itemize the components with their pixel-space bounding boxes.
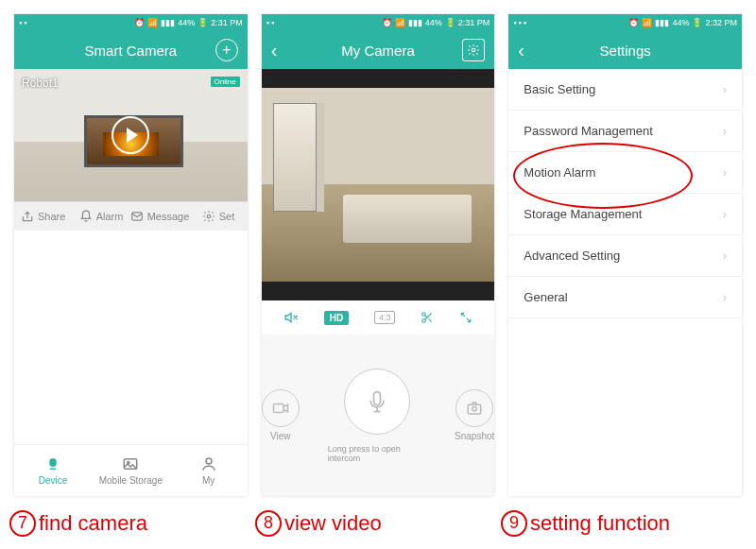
header-title: Smart Camera bbox=[85, 43, 178, 59]
snapshot-button[interactable]: Snapshot bbox=[455, 389, 494, 441]
back-button[interactable]: ‹ bbox=[518, 40, 524, 61]
wifi-icon: 📶 bbox=[395, 18, 405, 27]
control-panel: View Long press to open intercom Snapsho… bbox=[262, 335, 495, 496]
battery-icon: 🔋 bbox=[445, 18, 455, 27]
alarm-button[interactable]: Alarm bbox=[72, 202, 129, 231]
gear-icon bbox=[202, 210, 215, 223]
intercom-hint: Long press to open intercom bbox=[328, 444, 426, 463]
battery-text: 44% bbox=[425, 18, 442, 27]
live-video bbox=[262, 88, 495, 282]
caption-9: 9setting function bbox=[501, 510, 747, 537]
aspect-ratio-button[interactable]: 4:3 bbox=[374, 311, 396, 324]
gear-icon bbox=[462, 39, 485, 61]
setting-storage[interactable]: Storage Management› bbox=[508, 194, 742, 235]
view-button[interactable]: View bbox=[262, 389, 300, 441]
setting-password[interactable]: Password Management› bbox=[508, 111, 742, 152]
status-bar: ▪▪▪ ⏰📶▮▮▮44%🔋2:32 PM bbox=[508, 14, 742, 31]
setting-general[interactable]: General› bbox=[508, 277, 742, 318]
share-button[interactable]: Share bbox=[14, 202, 72, 231]
phone-settings: ▪▪▪ ⏰📶▮▮▮44%🔋2:32 PM ‹ Settings Basic Se… bbox=[508, 14, 742, 496]
header: Smart Camera + bbox=[14, 31, 248, 69]
header-title: Settings bbox=[600, 43, 651, 59]
chevron-left-icon: ‹ bbox=[271, 40, 278, 60]
intercom-button[interactable]: Long press to open intercom bbox=[328, 369, 426, 463]
svg-point-4 bbox=[206, 458, 212, 464]
nav-device[interactable]: Device bbox=[14, 445, 92, 496]
svg-rect-8 bbox=[273, 404, 284, 413]
crop-button[interactable] bbox=[421, 311, 434, 324]
message-button[interactable]: Message bbox=[130, 202, 190, 231]
play-button[interactable] bbox=[112, 116, 149, 154]
scissors-icon bbox=[421, 311, 434, 324]
svg-point-11 bbox=[472, 407, 477, 412]
caption-8: 8view video bbox=[255, 510, 501, 537]
person-icon bbox=[199, 455, 218, 472]
chevron-right-icon: › bbox=[723, 290, 727, 304]
video-icon bbox=[272, 400, 289, 417]
header: ‹ Settings bbox=[508, 31, 742, 69]
image-icon bbox=[121, 455, 140, 472]
time-text: 2:32 PM bbox=[705, 18, 737, 27]
play-icon bbox=[127, 128, 138, 143]
video-area[interactable] bbox=[262, 69, 495, 300]
chevron-right-icon: › bbox=[723, 82, 727, 96]
camera-icon bbox=[43, 455, 62, 472]
hd-button[interactable]: HD bbox=[324, 311, 349, 325]
fullscreen-button[interactable] bbox=[459, 311, 472, 324]
svg-point-6 bbox=[422, 313, 426, 317]
chevron-left-icon: ‹ bbox=[518, 40, 524, 60]
alarm-icon: ⏰ bbox=[628, 18, 639, 27]
chevron-right-icon: › bbox=[723, 124, 727, 138]
video-controls: HD 4:3 bbox=[262, 300, 495, 335]
battery-text: 44% bbox=[178, 18, 195, 27]
bell-icon bbox=[79, 210, 93, 223]
chevron-right-icon: › bbox=[723, 249, 727, 263]
settings-button[interactable] bbox=[462, 39, 485, 61]
phone-view-video: ▪▪ ⏰📶▮▮▮44%🔋2:31 PM ‹ My Camera HD 4:3 V… bbox=[262, 14, 495, 496]
header-title: My Camera bbox=[341, 43, 415, 59]
wifi-icon: 📶 bbox=[642, 18, 652, 27]
captions: 7find camera 8view video 9setting functi… bbox=[0, 497, 756, 549]
share-icon bbox=[21, 210, 34, 223]
time-text: 2:31 PM bbox=[211, 18, 243, 27]
svg-point-7 bbox=[422, 319, 426, 323]
nav-my[interactable]: My bbox=[169, 445, 247, 496]
bottom-nav: Device Mobile Storage My bbox=[14, 444, 248, 496]
camera-actions: Share Alarm Message Set bbox=[14, 201, 248, 231]
set-button[interactable]: Set bbox=[189, 202, 247, 231]
battery-icon: 🔋 bbox=[692, 18, 702, 27]
svg-point-1 bbox=[207, 214, 211, 218]
setting-advanced[interactable]: Advanced Setting› bbox=[508, 235, 742, 277]
svg-rect-10 bbox=[468, 404, 481, 414]
svg-rect-9 bbox=[373, 391, 380, 404]
camera-preview[interactable]: Robot1 Online bbox=[14, 69, 248, 201]
wifi-icon: 📶 bbox=[147, 18, 158, 27]
header: ‹ My Camera bbox=[262, 31, 495, 69]
camera-card[interactable]: Robot1 Online Share Alarm Message Set bbox=[14, 69, 248, 231]
phone-find-camera: ▪▪ ⏰📶▮▮▮44%🔋2:31 PM Smart Camera + Robot… bbox=[14, 14, 248, 496]
status-bar: ▪▪ ⏰📶▮▮▮44%🔋2:31 PM bbox=[262, 14, 495, 31]
mic-icon bbox=[364, 388, 390, 415]
setting-motion-alarm[interactable]: Motion Alarm› bbox=[508, 152, 742, 194]
expand-icon bbox=[459, 311, 472, 324]
back-button[interactable]: ‹ bbox=[271, 40, 278, 61]
add-camera-button[interactable]: + bbox=[215, 39, 238, 61]
setting-basic[interactable]: Basic Setting› bbox=[508, 69, 742, 111]
nav-storage[interactable]: Mobile Storage bbox=[92, 445, 169, 496]
svg-point-5 bbox=[472, 48, 476, 52]
caption-7: 7find camera bbox=[9, 510, 255, 537]
chevron-right-icon: › bbox=[723, 165, 727, 180]
time-text: 2:31 PM bbox=[458, 18, 490, 27]
mute-button[interactable] bbox=[284, 310, 299, 325]
plus-icon: + bbox=[215, 39, 238, 61]
online-badge: Online bbox=[211, 77, 240, 87]
battery-icon: 🔋 bbox=[198, 18, 208, 27]
message-icon bbox=[130, 210, 144, 223]
alarm-icon: ⏰ bbox=[382, 18, 392, 27]
signal-icon: ▮▮▮ bbox=[655, 18, 669, 27]
alarm-icon: ⏰ bbox=[134, 18, 145, 27]
camera-name: Robot1 bbox=[22, 77, 59, 90]
status-bar: ▪▪ ⏰📶▮▮▮44%🔋2:31 PM bbox=[14, 14, 248, 31]
camera-snap-icon bbox=[466, 400, 483, 417]
speaker-mute-icon bbox=[284, 310, 299, 325]
